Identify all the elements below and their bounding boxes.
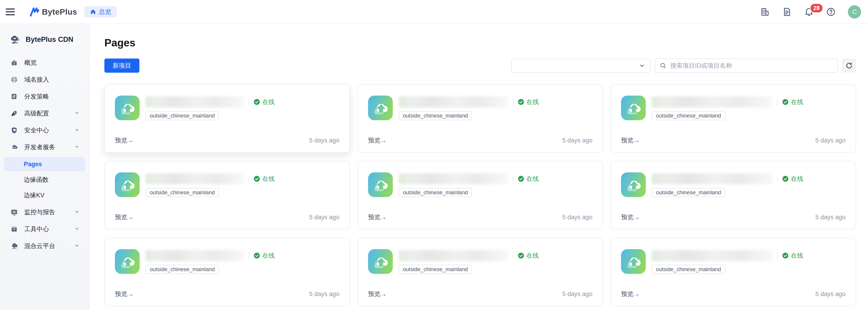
- updated-time: 5 days ago: [815, 290, 845, 298]
- project-card[interactable]: 在线 outside_chinese_mainland 预览→ 5 days a…: [358, 161, 603, 230]
- tab-overview[interactable]: 总览: [85, 6, 117, 18]
- svg-text:F(x): F(x): [12, 146, 16, 148]
- shield-icon: [10, 126, 18, 134]
- project-card[interactable]: 在线 outside_chinese_mainland 预览→ 5 days a…: [358, 238, 603, 306]
- chevron-up-icon: [74, 144, 80, 150]
- project-name-redacted: [652, 97, 773, 107]
- sidebar-subitem-label: 边缘函数: [24, 176, 49, 184]
- status-label: 在线: [262, 175, 275, 183]
- status-label: 在线: [262, 251, 275, 260]
- sidebar-subitem[interactable]: 边缘KV: [4, 188, 85, 202]
- sidebar-subitem-active[interactable]: Pages: [4, 157, 85, 171]
- divider: [777, 99, 778, 105]
- project-pages-icon: [115, 172, 140, 197]
- sidebar-item[interactable]: 工具中心: [0, 220, 89, 238]
- byteplus-logo: BytePlus: [30, 7, 77, 17]
- status-badge: 在线: [254, 251, 275, 260]
- document-icon[interactable]: [782, 7, 792, 17]
- sidebar-item-label: 域名接入: [24, 75, 49, 84]
- help-icon[interactable]: [826, 7, 836, 17]
- chevron-down-icon: [74, 110, 80, 116]
- updated-time: 5 days ago: [562, 214, 592, 221]
- project-card[interactable]: 在线 outside_chinese_mainland 预览→ 5 days a…: [104, 238, 350, 306]
- search-input[interactable]: [670, 62, 833, 69]
- project-name-redacted: [399, 173, 508, 184]
- rocket-icon: [10, 109, 18, 117]
- monitor-icon: [10, 208, 18, 216]
- sidebar-item-label: 开发者服务: [24, 143, 55, 151]
- notifications-bell-icon[interactable]: 28: [804, 7, 814, 17]
- chevron-down-icon: [74, 127, 80, 134]
- preview-link[interactable]: 预览→: [621, 213, 640, 221]
- project-card[interactable]: 在线 outside_chinese_mainland 预览→ 5 days a…: [104, 84, 350, 153]
- divider: [513, 99, 513, 105]
- preview-link[interactable]: 预览→: [621, 290, 640, 298]
- home-icon: [10, 59, 18, 67]
- refresh-button[interactable]: [842, 59, 856, 73]
- project-pages-icon: [368, 249, 393, 274]
- tab-overview-label: 总览: [99, 8, 111, 16]
- new-project-button[interactable]: 新项目: [104, 59, 140, 73]
- sidebar-item-label: 混合云平台: [24, 242, 55, 250]
- updated-time: 5 days ago: [562, 290, 592, 298]
- sidebar-item[interactable]: F(x)开发者服务: [0, 139, 89, 156]
- check-circle-icon: [518, 176, 524, 182]
- project-pages-icon: [368, 96, 393, 120]
- sidebar-subitem[interactable]: 边缘函数: [4, 173, 85, 187]
- check-circle-icon: [518, 252, 524, 259]
- preview-link[interactable]: 预览→: [368, 136, 386, 144]
- divider: [249, 175, 249, 182]
- deployment-region-tag: outside_chinese_mainland: [399, 265, 472, 274]
- project-card[interactable]: 在线 outside_chinese_mainland 预览→ 5 days a…: [358, 84, 603, 153]
- project-pages-icon: [621, 249, 646, 274]
- preview-link[interactable]: 预览→: [368, 290, 386, 298]
- deployment-region-tag: outside_chinese_mainland: [652, 111, 725, 120]
- sidebar-item-label: 安全中心: [24, 126, 49, 134]
- sidebar-item[interactable]: 分发策略: [0, 88, 89, 105]
- check-circle-icon: [782, 252, 788, 259]
- project-card[interactable]: 在线 outside_chinese_mainland 预览→ 5 days a…: [104, 161, 350, 230]
- sidebar-item[interactable]: 混合云平台: [0, 238, 89, 254]
- sidebar: BytePlus CDN 概览域名接入分发策略高级配置安全中心F(x)开发者服务…: [0, 24, 90, 310]
- search-icon: [660, 62, 666, 69]
- project-card[interactable]: 在线 outside_chinese_mainland 预览→ 5 days a…: [611, 161, 856, 230]
- preview-link[interactable]: 预览→: [115, 136, 133, 144]
- updated-time: 5 days ago: [309, 137, 339, 144]
- status-badge: 在线: [254, 175, 275, 183]
- sliders-icon: [10, 92, 18, 101]
- byteplus-logo-mark: [30, 7, 40, 17]
- user-avatar[interactable]: C: [848, 5, 861, 19]
- project-card[interactable]: 在线 outside_chinese_mainland 预览→ 5 days a…: [611, 238, 856, 306]
- sidebar-item-label: 分发策略: [24, 92, 49, 101]
- preview-link[interactable]: 预览→: [115, 213, 133, 221]
- sidebar-item[interactable]: 安全中心: [0, 122, 89, 139]
- home-icon: [90, 9, 96, 15]
- preview-link[interactable]: 预览→: [621, 136, 640, 144]
- project-name-redacted: [652, 173, 773, 184]
- filter-select[interactable]: [512, 59, 651, 73]
- preview-link[interactable]: 预览→: [368, 213, 386, 221]
- status-label: 在线: [791, 98, 803, 106]
- updated-time: 5 days ago: [562, 137, 592, 144]
- check-circle-icon: [782, 99, 788, 105]
- globe-icon: [10, 75, 18, 84]
- status-label: 在线: [262, 98, 275, 106]
- sidebar-subitem-label: 边缘KV: [24, 191, 44, 199]
- organization-icon[interactable]: [760, 7, 770, 17]
- status-badge: 在线: [518, 98, 539, 106]
- cdn-product-icon: [9, 35, 21, 44]
- sidebar-item[interactable]: 域名接入: [0, 71, 89, 88]
- sidebar-item[interactable]: 监控与报告: [0, 204, 89, 220]
- sidebar-item[interactable]: 概览: [0, 54, 89, 71]
- project-card[interactable]: 在线 outside_chinese_mainland 预览→ 5 days a…: [611, 84, 856, 153]
- status-badge: 在线: [518, 175, 539, 183]
- preview-link[interactable]: 预览→: [115, 290, 133, 298]
- divider: [249, 99, 249, 105]
- sidebar-item[interactable]: 高级配置: [0, 105, 89, 122]
- chevron-down-icon: [639, 63, 645, 69]
- status-label: 在线: [791, 175, 803, 183]
- notification-count-badge: 28: [810, 3, 823, 13]
- project-name-redacted: [146, 97, 244, 107]
- sidebar-item-label: 高级配置: [24, 109, 49, 117]
- hamburger-menu-icon[interactable]: [6, 8, 15, 16]
